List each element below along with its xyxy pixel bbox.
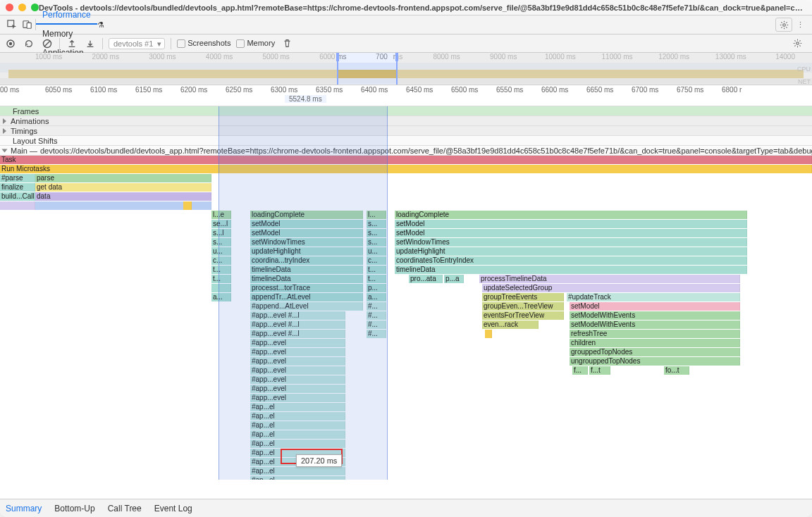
flame-bar[interactable]: #app...evel [250,366,345,375]
flame-bar[interactable]: parse [35,174,211,182]
flame-bar[interactable] [183,201,192,210]
flame-bar[interactable]: #app...evel [250,357,345,366]
overview-minimap[interactable]: 1000 ms2000 ms3000 ms4000 ms5000 ms6000 … [0,53,812,85]
flame-bar[interactable]: #ap...el [250,403,345,411]
flame-bar[interactable]: refreshTree [570,330,740,338]
flame-bar[interactable]: c... [211,256,231,265]
flame-bar[interactable]: u... [211,247,231,256]
flame-bar[interactable]: f...t [589,366,610,375]
screenshots-checkbox[interactable]: Screenshots [177,39,230,48]
flame-bar[interactable] [485,330,492,338]
flame-bar[interactable]: timelineData [395,266,747,274]
animations-track[interactable]: Animations [0,116,812,126]
flame-bar[interactable]: timelineData [250,266,363,274]
tab-performance[interactable]: Performance [36,6,97,25]
settings-icon[interactable] [775,18,792,32]
flame-bar[interactable]: setModel [250,220,363,228]
flame-bar[interactable]: data [35,192,211,201]
flame-bar[interactable]: p...a [444,275,464,283]
flame-bar[interactable]: setModel [395,229,747,237]
flame-bar[interactable]: t... [367,266,386,274]
flame-bar[interactable]: u... [367,247,386,256]
flame-bar[interactable]: p... [367,284,386,292]
flame-bar[interactable]: #ap...el [250,430,345,439]
flame-bar[interactable]: #updateTrack [567,293,740,301]
flame-bar[interactable]: f... [572,366,588,375]
flame-bar[interactable]: c... [367,256,386,265]
flame-bar[interactable]: s...l [211,229,231,237]
flame-bar[interactable]: #app...evel [250,385,345,393]
flame-bar[interactable]: l...e [211,211,231,219]
flame-bar[interactable]: #... [367,311,386,320]
trash-icon[interactable] [281,37,293,50]
layout-shifts-track[interactable]: Layout Shifts [0,136,812,146]
flame-bar[interactable]: #app...evel #...l [250,330,345,338]
flame-bar[interactable]: setWindowTimes [250,238,363,247]
flame-bar[interactable]: Run Microtasks [0,165,812,173]
flame-bar[interactable]: processt...torTrace [250,284,363,292]
time-ruler[interactable]: 00 ms6050 ms6100 ms6150 ms6200 ms6250 ms… [0,85,812,106]
flame-bar[interactable]: #... [367,320,386,329]
flame-bar[interactable]: setModelWithEvents [570,320,740,329]
main-track[interactable]: Main — devtools://devtools/bundled/devto… [0,146,812,156]
flame-bar[interactable]: children [570,339,740,347]
minimize-icon[interactable] [18,4,26,11]
flame-bar[interactable]: updateSelectedGroup [482,284,740,292]
flame-bar[interactable]: #ap...el [250,440,345,448]
flame-bar[interactable]: setModel [250,229,363,237]
flame-bar[interactable]: setModel [395,220,747,228]
flame-bar[interactable]: #app...evel [250,394,345,402]
flame-bar[interactable]: groupTreeEvents [482,293,564,301]
flame-bar[interactable]: pro...ata [409,275,443,283]
flame-bar[interactable]: grouppedTopNodes [570,348,740,356]
flame-bar[interactable]: loadingComplete [395,211,747,219]
flame-bar[interactable]: get data [35,183,211,192]
tab-network[interactable]: Network [36,0,97,6]
flame-bar[interactable]: #parse [0,174,35,182]
flame-bar[interactable]: #append...AtLevel [250,302,363,311]
frames-track[interactable]: Frames [0,106,812,116]
flame-bar[interactable]: s... [367,220,386,228]
flame-bar[interactable]: setWindowTimes [395,238,747,247]
inspect-icon[interactable] [4,17,20,32]
reload-icon[interactable] [23,37,35,50]
bottom-tab-bottom-up[interactable]: Bottom-Up [54,499,94,518]
flame-bar[interactable]: t... [211,266,231,274]
flame-bar[interactable] [211,284,231,292]
flame-bar[interactable]: #ap...el [250,476,345,480]
flame-bar[interactable]: a... [367,293,386,301]
flame-bar[interactable]: se...l [211,220,231,228]
flame-bar[interactable]: setModelWithEvents [570,311,740,320]
more-icon[interactable]: ⋮ [792,17,808,32]
flame-bar[interactable]: #app...evel #...l [250,311,345,320]
flame-bar[interactable]: l... [367,211,386,219]
flame-bar[interactable]: #app...evel [250,375,345,384]
memory-checkbox[interactable]: Memory [236,39,275,48]
profile-selector[interactable]: devtools #1 [109,38,165,49]
flame-bar[interactable]: even...rack [482,320,539,329]
flame-bar[interactable]: fo...t [664,366,689,375]
flame-bar[interactable]: #app...evel [250,348,345,356]
flame-bar[interactable]: s... [367,229,386,237]
bottom-tab-summary[interactable]: Summary [6,499,42,518]
flame-bar[interactable]: coordinatesToEntryIndex [395,256,747,265]
bottom-tab-call-tree[interactable]: Call Tree [108,499,142,518]
flame-bar[interactable]: #ap...el [250,467,345,475]
flame-bar[interactable]: s... [367,238,386,247]
flame-bar[interactable]: timelineData [250,275,363,283]
flame-bar[interactable]: ungrouppedTopNodes [570,357,740,366]
flame-bar[interactable]: #ap...el [250,412,345,421]
flame-bar[interactable]: #... [367,330,386,338]
flame-chart[interactable]: Frames Animations Timings Layout Shifts … [0,106,812,480]
flame-bar[interactable]: Task [0,156,812,164]
flame-bar[interactable]: s... [211,238,231,247]
flame-bar[interactable]: coordina...tryIndex [250,256,363,265]
device-icon[interactable] [20,17,35,32]
download-icon[interactable] [84,37,97,50]
close-icon[interactable] [6,4,13,11]
bottom-tab-event-log[interactable]: Event Log [154,499,192,518]
flame-bar[interactable]: t... [211,275,231,283]
flame-bar[interactable]: #ap...el [250,421,345,430]
flame-bar[interactable]: appendTr...AtLevel [250,293,363,301]
timings-track[interactable]: Timings [0,126,812,136]
